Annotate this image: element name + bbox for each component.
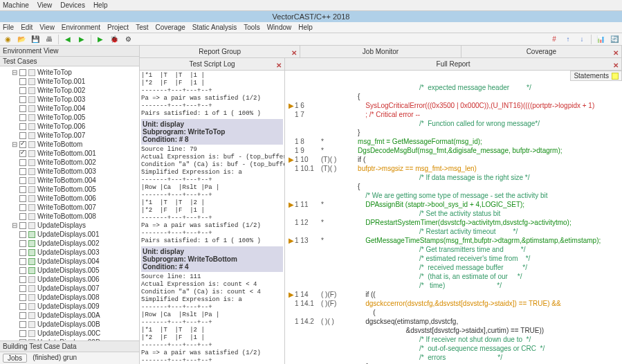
checkbox[interactable] [19, 321, 26, 328]
tab-job-monitor[interactable]: Job Monitor [300, 46, 461, 57]
checkbox[interactable] [19, 123, 26, 130]
checkbox[interactable] [19, 105, 26, 112]
tree-item[interactable]: WriteToBottom.003 [1, 167, 138, 176]
checkbox[interactable] [19, 186, 26, 193]
checkbox[interactable] [19, 312, 26, 319]
tree-item[interactable]: WriteToBottom.002 [1, 158, 138, 167]
menu-view2[interactable]: View [39, 24, 55, 31]
menu-view[interactable]: View [37, 1, 53, 9]
checkbox[interactable] [19, 78, 26, 85]
checkbox[interactable] [19, 150, 26, 157]
tree-item[interactable]: UpdateDisplays.002 [1, 239, 138, 248]
checkbox[interactable] [19, 204, 26, 211]
tree-item[interactable]: UpdateDisplays.001 [1, 230, 138, 239]
tree-item[interactable]: WriteToBottom.001 [1, 149, 138, 158]
tree-item[interactable]: ⊟UpdateDisplays [1, 221, 138, 230]
tab-test-script-log[interactable]: Test Script Log✕ [140, 58, 285, 70]
save-icon[interactable]: 💾 [30, 35, 40, 44]
tree-item[interactable]: WriteToBottom.005 [1, 185, 138, 194]
menu-test[interactable]: Test [136, 24, 148, 31]
checkbox[interactable] [19, 159, 26, 166]
tree-item[interactable]: WriteToTop.003 [1, 95, 138, 104]
checkbox[interactable] [19, 177, 26, 184]
menu-devices[interactable]: Devices [60, 1, 85, 9]
checkbox[interactable] [19, 249, 26, 256]
menu-edit[interactable]: Edit [21, 24, 33, 31]
jobs-button[interactable]: Jobs [3, 354, 27, 363]
back-icon[interactable]: ◀ [63, 35, 73, 44]
tree-item[interactable]: WriteToBottom.006 [1, 194, 138, 203]
tree-item[interactable]: UpdateDisplays.007 [1, 284, 138, 293]
close-icon[interactable]: ✕ [276, 60, 282, 72]
fwd-icon[interactable]: ▶ [77, 35, 86, 44]
tree-item[interactable]: WriteToTop.001 [1, 77, 138, 86]
checkbox[interactable] [19, 276, 26, 283]
tab-full-report[interactable]: Full Report✕ [285, 58, 622, 70]
checkbox[interactable] [19, 114, 26, 121]
refresh-icon[interactable]: 🔄 [610, 35, 619, 44]
open-icon[interactable]: 📂 [17, 35, 26, 44]
code-line: /* We are getting some type of message -… [288, 191, 619, 200]
checkbox[interactable] [19, 294, 26, 301]
down-icon[interactable]: ↓ [577, 35, 587, 44]
checkbox[interactable] [19, 330, 26, 337]
tree-item[interactable]: ⊟WriteToTop [1, 68, 138, 77]
tree-item[interactable]: ⊟WriteToBottom [1, 140, 138, 149]
checkbox[interactable] [19, 195, 26, 202]
chart-icon[interactable]: 📊 [596, 35, 605, 44]
hash-icon[interactable]: # [549, 35, 559, 44]
menu-project[interactable]: Project [107, 24, 129, 31]
tree-item[interactable]: UpdateDisplays.00A [1, 311, 138, 320]
checkbox[interactable] [19, 168, 26, 175]
tree-item[interactable]: UpdateDisplays.009 [1, 302, 138, 311]
tree-item[interactable]: WriteToTop.007 [1, 131, 138, 140]
tree-item[interactable]: WriteToTop.005 [1, 113, 138, 122]
checkbox[interactable] [19, 69, 26, 76]
tree-item[interactable]: WriteToBottom.007 [1, 203, 138, 212]
tab-coverage[interactable]: Coverage✕ [461, 46, 622, 57]
tree-item[interactable]: WriteToTop.002 [1, 86, 138, 95]
menu-window[interactable]: Window [267, 24, 292, 31]
menu-help[interactable]: Help [93, 1, 108, 9]
tree-item[interactable]: UpdateDisplays.006 [1, 275, 138, 284]
tree-item[interactable]: UpdateDisplays.00C [1, 329, 138, 338]
up-icon[interactable]: ↑ [563, 35, 573, 44]
gear-icon[interactable]: ⚙ [123, 35, 133, 44]
tree-item[interactable]: WriteToBottom.008 [1, 212, 138, 221]
checkbox[interactable] [19, 258, 26, 265]
menu-help2[interactable]: Help [298, 24, 313, 31]
test-tree[interactable]: ⊟WriteToTopWriteToTop.001WriteToTop.002W… [0, 66, 139, 340]
checkbox[interactable] [19, 222, 26, 229]
debug-icon[interactable]: 🐞 [109, 35, 119, 44]
print-icon[interactable]: 🖶 [44, 35, 54, 44]
checkbox[interactable] [19, 267, 26, 274]
checkbox[interactable] [19, 285, 26, 292]
checkbox[interactable] [19, 231, 26, 238]
checkbox[interactable] [19, 87, 26, 94]
test-script-log[interactable]: |*1 |T |T |1 | |*2 |F |F |1 | -------+--… [140, 71, 285, 364]
menu-file[interactable]: File [3, 24, 14, 31]
checkbox[interactable] [19, 240, 26, 247]
tree-item[interactable]: WriteToTop.006 [1, 122, 138, 131]
checkbox[interactable] [19, 141, 26, 148]
checkbox[interactable] [19, 213, 26, 220]
checkbox[interactable] [19, 96, 26, 103]
menu-machine[interactable]: Machine [3, 1, 29, 9]
tree-item[interactable]: UpdateDisplays.008 [1, 293, 138, 302]
tree-item[interactable]: UpdateDisplays.003 [1, 248, 138, 257]
new-icon[interactable]: ◉ [3, 35, 12, 44]
run-icon[interactable]: ▶ [95, 35, 105, 44]
tab-report-group[interactable]: Report Group✕ [140, 46, 300, 57]
tree-item[interactable]: UpdateDisplays.004 [1, 257, 138, 266]
tree-item[interactable]: WriteToBottom.004 [1, 176, 138, 185]
menu-static[interactable]: Static Analysis [192, 24, 237, 31]
tree-item[interactable]: WriteToTop.004 [1, 104, 138, 113]
menu-environment[interactable]: Environment [62, 24, 100, 31]
menu-coverage[interactable]: Coverage [155, 24, 185, 31]
checkbox[interactable] [19, 303, 26, 310]
tree-item[interactable]: UpdateDisplays.00B [1, 320, 138, 329]
menu-tools[interactable]: Tools [244, 24, 259, 31]
checkbox[interactable] [19, 132, 26, 139]
source-code-view[interactable]: /* expected message header */ {▶1 6 SysL… [285, 71, 622, 364]
tree-item[interactable]: UpdateDisplays.005 [1, 266, 138, 275]
